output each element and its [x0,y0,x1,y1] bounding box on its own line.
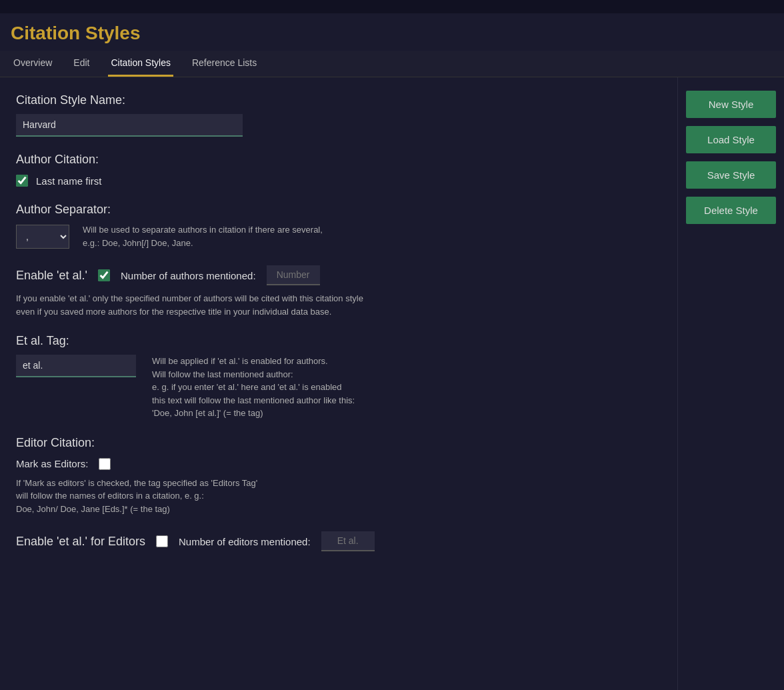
mark-as-editors-label: Mark as Editors: [16,458,88,469]
nav-reference-lists[interactable]: Reference Lists [189,51,259,77]
enable-et-al-editors-row: Enable 'et al.' for Editors Number of ed… [16,531,661,551]
et-al-note: If you enable 'et al.' only the specifie… [16,292,429,318]
number-of-editors-label: Number of editors mentioned: [179,536,311,547]
et-al-tag-input[interactable] [16,355,136,377]
enable-et-al-label: Enable 'et al.' [16,269,87,283]
content-area: Citation Style Name: Author Citation: La… [0,77,677,690]
author-separator-group: Author Separator: , ; / Will be used to … [16,203,661,249]
top-bar [0,0,784,13]
number-of-authors-input[interactable] [267,265,320,285]
author-separator-label: Author Separator: [16,203,661,217]
navigation: Overview Edit Citation Styles Reference … [0,51,784,77]
author-citation-label: Author Citation: [16,153,661,167]
et-al-tag-hints: Will be applied if 'et al.' is enabled f… [152,355,355,420]
enable-et-al-editors-label: Enable 'et al.' for Editors [16,535,145,549]
mark-as-editors-group: Mark as Editors: If 'Mark as editors' is… [16,458,661,516]
et-al-tag-label: Et al. Tag: [16,334,661,348]
enable-et-al-checkbox[interactable] [98,269,110,281]
number-of-authors-label: Number of authors mentioned: [121,270,256,281]
delete-style-button[interactable]: Delete Style [686,197,776,224]
save-style-button[interactable]: Save Style [686,161,776,189]
load-style-button[interactable]: Load Style [686,126,776,153]
et-al-tag-group: Et al. Tag: Will be applied if 'et al.' … [16,334,661,420]
citation-style-name-group: Citation Style Name: [16,93,661,137]
author-separator-wrapper: , ; / Will be used to separate authors i… [16,223,661,249]
last-name-first-label: Last name first [36,175,101,187]
enable-et-al-group: Enable 'et al.' Number of authors mentio… [16,265,661,318]
author-separator-select[interactable]: , ; / [16,225,69,249]
new-style-button[interactable]: New Style [686,91,776,118]
mark-as-editors-row: Mark as Editors: [16,458,661,470]
nav-overview[interactable]: Overview [11,51,55,77]
app-title: Citation Styles [11,23,773,44]
author-citation-group: Author Citation: Last name first [16,153,661,187]
last-name-first-row: Last name first [16,175,661,187]
author-separator-hint: Will be used to separate authors in cita… [83,223,323,249]
mark-as-editors-checkbox[interactable] [99,458,111,470]
editor-citation-section: Editor Citation: Mark as Editors: If 'Ma… [16,436,661,552]
citation-style-name-label: Citation Style Name: [16,93,661,107]
sidebar: New Style Load Style Save Style Delete S… [677,77,784,690]
et-al-tag-row: Will be applied if 'et al.' is enabled f… [16,355,661,420]
enable-et-al-editors-checkbox[interactable] [156,535,168,547]
last-name-first-checkbox[interactable] [16,175,28,187]
enable-et-al-row: Enable 'et al.' Number of authors mentio… [16,265,661,285]
mark-as-editors-hint: If 'Mark as editors' is checked, the tag… [16,477,429,516]
number-of-editors-input[interactable] [321,531,375,551]
nav-edit[interactable]: Edit [71,51,92,77]
nav-citation-styles[interactable]: Citation Styles [108,51,173,77]
enable-et-al-editors-group: Enable 'et al.' for Editors Number of ed… [16,531,661,551]
main-layout: Citation Style Name: Author Citation: La… [0,77,784,690]
title-bar: Citation Styles [0,13,784,51]
citation-style-name-input[interactable] [16,114,243,137]
editor-citation-label: Editor Citation: [16,436,661,450]
